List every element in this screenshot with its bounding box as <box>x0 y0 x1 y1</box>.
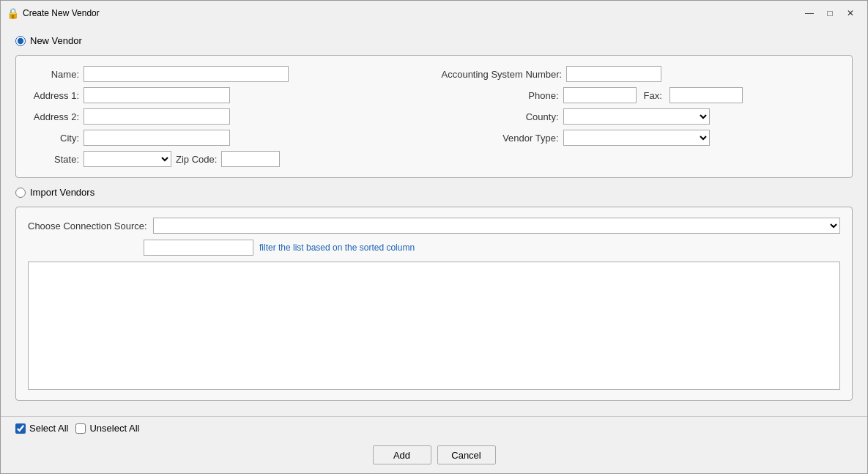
title-bar: 🔒 Create New Vendor — □ ✕ <box>1 1 867 24</box>
address1-row: Address 1: <box>28 87 427 103</box>
select-all-label[interactable]: Select All <box>15 423 68 434</box>
filter-input[interactable] <box>144 240 253 256</box>
action-buttons: Add Cancel <box>1 440 867 473</box>
vendor-type-row: Vendor Type: <box>442 130 841 146</box>
connection-row: Choose Connection Source: <box>28 218 840 234</box>
address1-input[interactable] <box>84 87 230 103</box>
unselect-all-label[interactable]: Unselect All <box>75 423 139 434</box>
connection-select[interactable] <box>153 218 840 234</box>
zip-input[interactable] <box>221 151 280 167</box>
minimize-button[interactable]: — <box>800 6 819 21</box>
address1-label: Address 1: <box>28 90 79 101</box>
main-content: New Vendor Name: Address 1: Address 2: <box>1 24 867 416</box>
window-title: Create New Vendor <box>23 8 800 18</box>
cancel-button[interactable]: Cancel <box>437 445 496 464</box>
main-window: 🔒 Create New Vendor — □ ✕ New Vendor Nam… <box>0 0 868 474</box>
acct-input[interactable] <box>566 66 661 82</box>
state-label: State: <box>28 154 79 165</box>
import-vendors-label[interactable]: Import Vendors <box>30 187 94 198</box>
city-row: City: <box>28 130 427 146</box>
name-label: Name: <box>28 69 79 80</box>
county-select[interactable] <box>563 108 710 125</box>
import-vendors-radio-row: Import Vendors <box>15 187 853 198</box>
vendor-type-select[interactable] <box>563 130 710 146</box>
county-row: County: <box>442 108 841 125</box>
window-controls: — □ ✕ <box>800 6 860 21</box>
name-input[interactable] <box>84 66 289 82</box>
new-vendor-panel: Name: Address 1: Address 2: City: <box>15 55 853 178</box>
address2-label: Address 2: <box>28 111 79 122</box>
form-right: Accounting System Number: Phone: Fax: Co… <box>442 66 841 167</box>
unselect-all-checkbox[interactable] <box>75 423 86 434</box>
close-button[interactable]: ✕ <box>841 6 860 21</box>
address2-row: Address 2: <box>28 108 427 125</box>
phone-label: Phone: <box>442 90 559 101</box>
acct-row: Accounting System Number: <box>442 66 841 82</box>
name-row: Name: <box>28 66 427 82</box>
fax-input[interactable] <box>669 87 743 103</box>
add-button[interactable]: Add <box>373 445 431 464</box>
select-all-checkbox[interactable] <box>15 423 26 434</box>
import-section: Choose Connection Source: filter the lis… <box>28 218 840 390</box>
connection-label: Choose Connection Source: <box>28 221 147 232</box>
new-vendor-form: Name: Address 1: Address 2: City: <box>28 66 840 167</box>
state-zip-row: State: Zip Code: <box>28 151 427 167</box>
vendor-list-box[interactable] <box>28 262 840 390</box>
phone-fax-row: Phone: Fax: <box>442 87 841 103</box>
new-vendor-radio[interactable] <box>15 36 26 46</box>
import-vendors-panel: Choose Connection Source: filter the lis… <box>15 207 853 401</box>
address2-input[interactable] <box>84 108 230 125</box>
vendor-type-label: Vendor Type: <box>442 133 559 144</box>
county-label: County: <box>442 111 559 122</box>
acct-label: Accounting System Number: <box>442 69 563 80</box>
select-all-text: Select All <box>29 423 68 434</box>
zip-label: Zip Code: <box>176 154 217 165</box>
window-icon: 🔒 <box>7 7 18 19</box>
city-label: City: <box>28 133 79 144</box>
new-vendor-label[interactable]: New Vendor <box>30 35 82 46</box>
import-vendors-radio[interactable] <box>15 188 26 198</box>
state-select[interactable] <box>84 151 171 167</box>
filter-row: filter the list based on the sorted colu… <box>28 240 840 256</box>
maximize-button[interactable]: □ <box>820 6 839 21</box>
new-vendor-radio-row: New Vendor <box>15 35 853 46</box>
city-input[interactable] <box>84 130 230 146</box>
unselect-all-text: Unselect All <box>89 423 139 434</box>
phone-input[interactable] <box>563 87 637 103</box>
fax-label: Fax: <box>644 90 662 101</box>
bottom-controls: Select All Unselect All <box>1 416 867 440</box>
filter-text: filter the list based on the sorted colu… <box>259 242 415 253</box>
form-left: Name: Address 1: Address 2: City: <box>28 66 427 167</box>
